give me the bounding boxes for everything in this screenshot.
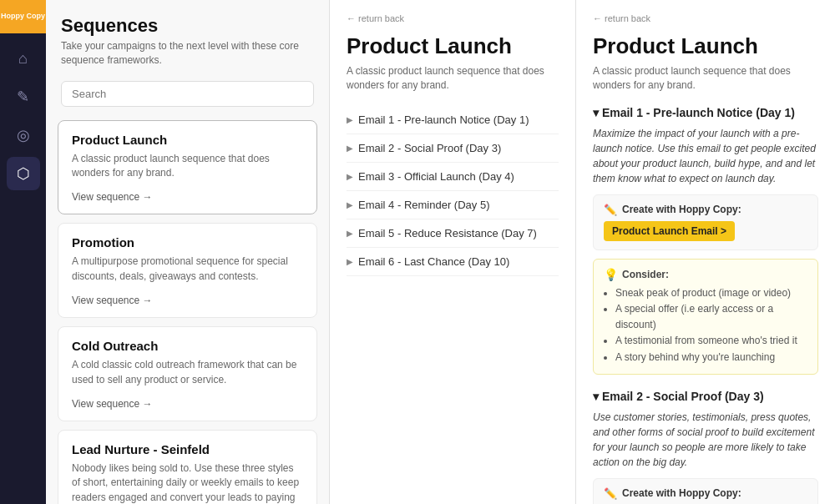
consider-item: A story behind why you're launching bbox=[615, 350, 807, 365]
sidebar-nav: ⌂ ✎ ◎ ⬡ bbox=[0, 33, 46, 190]
card-title: Promotion bbox=[72, 235, 303, 249]
card-description: Nobody likes being sold to. Use these th… bbox=[72, 461, 303, 504]
arrow-icon: ▶ bbox=[347, 144, 353, 153]
sequence-card-product-launch[interactable]: Product Launch A classic product launch … bbox=[58, 120, 317, 215]
middle-panel-desc: A classic product launch sequence that d… bbox=[347, 64, 559, 93]
email-item-label: Email 3 - Official Launch (Day 4) bbox=[358, 170, 514, 183]
sequences-panel: Sequences Take your campaigns to the nex… bbox=[46, 0, 330, 504]
expand-arrow-1: ▾ Email 1 - Pre-launch Notice (Day 1) bbox=[593, 106, 795, 119]
email-item-label: Email 1 - Pre-launch Notice (Day 1) bbox=[358, 113, 529, 126]
email-section-header-2[interactable]: ▾ Email 2 - Social Proof (Day 3) bbox=[593, 390, 818, 403]
consider-box-1: 💡 Consider: Sneak peak of product (image… bbox=[593, 259, 818, 375]
email-item-5[interactable]: ▶ Email 5 - Reduce Resistance (Day 7) bbox=[347, 219, 559, 248]
email-item-label: Email 6 - Last Chance (Day 10) bbox=[358, 255, 509, 268]
sequence-card-promotion[interactable]: Promotion A multipurpose promotional seq… bbox=[58, 223, 317, 318]
card-description: A multipurpose promotional sequence for … bbox=[72, 255, 303, 284]
create-box-1: ✏️ Create with Hoppy Copy: Product Launc… bbox=[593, 194, 818, 250]
consider-title-1: 💡 Consider: bbox=[604, 268, 807, 281]
search-container bbox=[46, 74, 329, 115]
middle-panel-inner: ← return back Product Launch A classic p… bbox=[330, 0, 575, 504]
arrow-icon: ▶ bbox=[347, 115, 353, 124]
right-panel: ← return back Product Launch A classic p… bbox=[576, 0, 835, 504]
card-description: A classic product launch sequence that d… bbox=[72, 152, 303, 181]
email-section-1: ▾ Email 1 - Pre-launch Notice (Day 1) Ma… bbox=[593, 106, 818, 375]
create-box-2: ✏️ Create with Hoppy Copy: Social Proof … bbox=[593, 478, 818, 504]
arrow-icon: ▶ bbox=[347, 257, 353, 266]
edit-icon[interactable]: ✎ bbox=[7, 80, 40, 113]
consider-item: Sneak peak of product (image or video) bbox=[615, 285, 807, 301]
email-item-3[interactable]: ▶ Email 3 - Official Launch (Day 4) bbox=[347, 163, 559, 191]
right-return-back[interactable]: ← return back bbox=[593, 13, 818, 23]
middle-return-back[interactable]: ← return back bbox=[347, 13, 559, 23]
user-icon[interactable]: ◎ bbox=[7, 118, 40, 152]
sidebar: Hoppy Copy ⌂ ✎ ◎ ⬡ bbox=[0, 0, 46, 504]
arrow-icon: ▶ bbox=[347, 172, 353, 181]
card-title: Cold Outreach bbox=[72, 339, 303, 353]
email-item-2[interactable]: ▶ Email 2 - Social Proof (Day 3) bbox=[347, 134, 559, 163]
bulb-icon: 💡 bbox=[604, 268, 618, 281]
view-sequence-link[interactable]: View sequence → bbox=[72, 295, 153, 306]
consider-list-1: Sneak peak of product (image or video) A… bbox=[604, 285, 807, 365]
email-section-desc-1: Maximize the impact of your launch with … bbox=[593, 126, 818, 186]
email-item-6[interactable]: ▶ Email 6 - Last Chance (Day 10) bbox=[347, 248, 559, 276]
arrow-icon: ▶ bbox=[347, 229, 353, 238]
home-icon[interactable]: ⌂ bbox=[7, 42, 40, 75]
expand-arrow-2: ▾ Email 2 - Social Proof (Day 3) bbox=[593, 390, 764, 403]
email-item-label: Email 5 - Reduce Resistance (Day 7) bbox=[358, 227, 537, 239]
search-input[interactable] bbox=[61, 81, 314, 107]
card-title: Lead Nurture - Seinfeld bbox=[72, 442, 303, 456]
sequence-card-lead-nurture[interactable]: Lead Nurture - Seinfeld Nobody likes bei… bbox=[58, 430, 317, 504]
email-section-header-1[interactable]: ▾ Email 1 - Pre-launch Notice (Day 1) bbox=[593, 106, 818, 119]
arrow-icon: ▶ bbox=[347, 200, 353, 209]
create-box-title-2: ✏️ Create with Hoppy Copy: bbox=[604, 487, 807, 500]
view-sequence-link[interactable]: View sequence → bbox=[72, 398, 153, 410]
pencil-icon: ✏️ bbox=[604, 487, 617, 500]
right-panel-title: Product Launch bbox=[593, 33, 818, 59]
sequences-title: Sequences bbox=[61, 15, 314, 37]
email-item-4[interactable]: ▶ Email 4 - Reminder (Day 5) bbox=[347, 191, 559, 219]
email-item-1[interactable]: ▶ Email 1 - Pre-launch Notice (Day 1) bbox=[347, 106, 559, 134]
right-panel-desc: A classic product launch sequence that d… bbox=[593, 64, 818, 93]
view-sequence-link[interactable]: View sequence → bbox=[72, 191, 153, 203]
sequences-header: Sequences Take your campaigns to the nex… bbox=[46, 0, 329, 74]
right-panel-inner: ← return back Product Launch A classic p… bbox=[576, 0, 835, 504]
create-email-btn-1[interactable]: Product Launch Email > bbox=[604, 221, 735, 241]
create-box-title-1: ✏️ Create with Hoppy Copy: bbox=[604, 204, 807, 216]
sequence-card-cold-outreach[interactable]: Cold Outreach A cold classic cold outrea… bbox=[58, 326, 317, 421]
email-section-desc-2: Use customer stories, testimonials, pres… bbox=[593, 410, 818, 470]
email-section-2: ▾ Email 2 - Social Proof (Day 3) Use cus… bbox=[593, 390, 818, 504]
logo: Hoppy Copy bbox=[0, 0, 46, 33]
card-description: A cold classic cold outreach framework t… bbox=[72, 358, 303, 387]
sequences-list: Product Launch A classic product launch … bbox=[46, 115, 329, 504]
consider-item: A testimonial from someone who's tried i… bbox=[615, 333, 807, 349]
middle-panel-title: Product Launch bbox=[347, 33, 559, 59]
middle-panel: ← return back Product Launch A classic p… bbox=[330, 0, 576, 504]
pencil-icon: ✏️ bbox=[604, 204, 617, 216]
sequences-description: Take your campaigns to the next level wi… bbox=[61, 39, 314, 68]
email-item-label: Email 4 - Reminder (Day 5) bbox=[358, 199, 490, 211]
consider-item: A special offer (i.e early access or a d… bbox=[615, 301, 807, 333]
puzzle-icon[interactable]: ⬡ bbox=[7, 157, 40, 190]
card-title: Product Launch bbox=[72, 133, 303, 147]
email-item-label: Email 2 - Social Proof (Day 3) bbox=[358, 142, 501, 154]
